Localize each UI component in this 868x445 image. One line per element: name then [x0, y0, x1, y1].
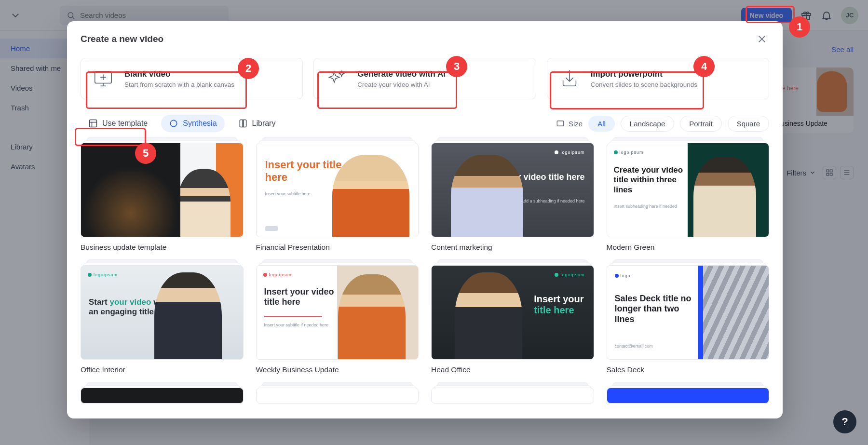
modal-title: Create a new video — [81, 34, 163, 44]
sparkle-icon — [325, 67, 348, 90]
close-icon[interactable] — [757, 34, 767, 44]
logo-text: logoipsum — [620, 150, 644, 155]
template-card[interactable] — [81, 388, 244, 404]
template-title: Head Office — [431, 365, 594, 374]
starter-blank-video[interactable]: Blank video Start from scratch with a bl… — [81, 58, 303, 99]
overlay-text: Insert your video title here — [264, 287, 338, 308]
logo-mark — [265, 226, 278, 231]
template-card[interactable]: Insert your title here Insert your subti… — [256, 143, 419, 252]
help-button[interactable]: ? — [833, 410, 856, 433]
starter-subtitle: Start from scratch with a blank canvas — [124, 81, 234, 88]
overlay-text: Insert yourtitle here — [534, 294, 583, 316]
synthesia-icon — [169, 119, 178, 128]
overlay-text: Create your video title within three lin… — [614, 165, 688, 195]
overlay-text: Sales Deck title no longer than two line… — [615, 294, 699, 325]
template-icon — [88, 119, 98, 128]
starter-subtitle: Create your video with AI — [357, 81, 446, 88]
tab-label: Library — [252, 119, 276, 128]
template-card[interactable]: logo Sales Deck title no longer than two… — [607, 265, 770, 374]
starter-title: Import powerpoint — [591, 69, 697, 79]
starter-import-ppt[interactable]: Import powerpoint Convert slides to scen… — [547, 58, 769, 99]
template-card[interactable]: logoipsum Insert your video title here A… — [431, 143, 594, 252]
size-landscape[interactable]: Landscape — [621, 116, 674, 132]
blank-video-icon — [92, 67, 115, 90]
starter-generate-ai[interactable]: Generate video with AI Create your video… — [313, 58, 536, 99]
logo-text: logo — [621, 273, 631, 278]
size-square[interactable]: Square — [728, 116, 769, 132]
size-all[interactable]: All — [588, 116, 615, 132]
tab-label: Use template — [102, 119, 148, 128]
template-title: Weekly Business Update — [256, 365, 419, 374]
overlay-text: Insert your title here — [265, 159, 342, 184]
aspect-icon — [556, 119, 565, 128]
size-portrait[interactable]: Portrait — [680, 116, 721, 132]
logo-text: logoipsum — [94, 272, 118, 277]
tab-synthesia[interactable]: Synthesia — [161, 115, 224, 132]
template-title: Financial Presentation — [256, 243, 419, 252]
import-icon — [558, 67, 581, 90]
template-card[interactable] — [607, 388, 770, 404]
new-video-modal: Create a new video Blank video Start fro… — [67, 21, 783, 418]
book-icon — [238, 119, 248, 128]
template-title: Office Interior — [81, 365, 244, 374]
template-title: Content marketing — [431, 243, 594, 252]
template-card[interactable]: logoipsum Start your video with an engag… — [81, 265, 244, 374]
overlay-sub: Insert your subtitle here — [265, 191, 311, 196]
svg-rect-19 — [90, 120, 97, 127]
starter-title: Generate video with AI — [357, 69, 446, 79]
svg-rect-23 — [557, 121, 564, 126]
logo-text: logoipsum — [269, 272, 293, 277]
overlay-text: Enter your video engaging video title he… — [88, 166, 175, 194]
foot-email: contact@email.com — [615, 344, 653, 353]
tab-label: Synthesia — [183, 119, 217, 128]
overlay-sub: Insert subheading here if needed — [614, 204, 678, 209]
logo-text: logoipsum — [560, 272, 584, 277]
template-card[interactable]: logoipsum Create your video title within… — [607, 143, 770, 252]
starter-title: Blank video — [124, 69, 234, 79]
template-card[interactable]: logoipsum Insert your video title here I… — [256, 265, 419, 374]
overlay-sub: Add a subheading if needed here — [521, 199, 585, 203]
template-title: Business update template — [81, 243, 244, 252]
template-card[interactable] — [431, 388, 594, 404]
starter-subtitle: Convert slides to scene backgrounds — [591, 81, 697, 88]
tab-library[interactable]: Library — [231, 115, 284, 132]
tab-use-template[interactable]: Use template — [81, 115, 155, 132]
overlay-sub: Insert your subtitle if needed here — [264, 323, 329, 327]
logo-text: logoipsum — [94, 149, 118, 154]
template-card[interactable]: logoipsum Insert yourtitle here Head Off… — [431, 265, 594, 374]
template-title: Modern Green — [607, 243, 770, 252]
template-card[interactable]: logoipsum Enter your video engaging vide… — [81, 143, 244, 252]
logo-text: logoipsum — [560, 150, 584, 155]
template-title: Sales Deck — [607, 365, 770, 374]
template-card[interactable] — [256, 388, 419, 404]
size-label: Size — [556, 119, 583, 128]
